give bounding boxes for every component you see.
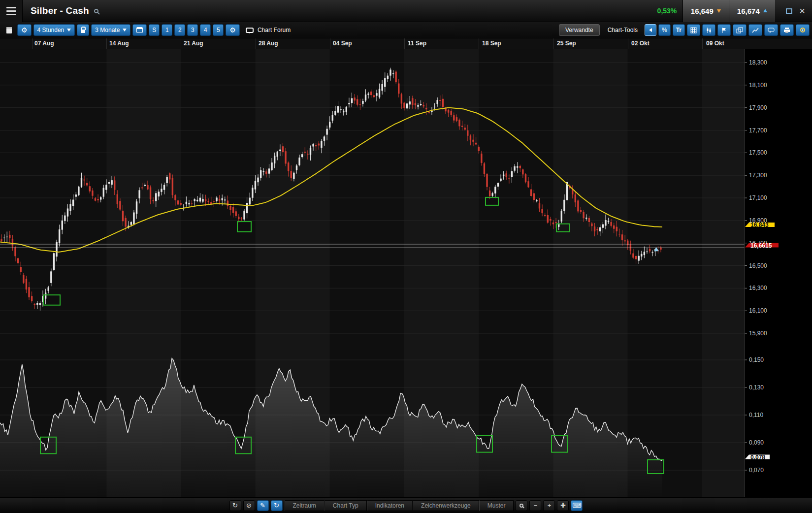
grid-tool-button[interactable]	[687, 24, 700, 36]
period-value: 3 Monate	[95, 27, 120, 33]
callout-tool-button[interactable]	[764, 24, 778, 36]
zeitraum-button[interactable]: Zeitraum	[285, 500, 325, 511]
date-label: 07 Aug	[34, 40, 54, 47]
buy-price: 16,674	[737, 7, 760, 15]
chart-toolbar: ⚙ 4 Stunden 3 Monate S 12345 ⚙ Chart For…	[0, 22, 812, 38]
date-label: 02 Okt	[631, 40, 650, 47]
muster-button[interactable]: Muster	[479, 500, 514, 511]
calendar-button[interactable]	[132, 24, 147, 36]
indikatoren-button[interactable]: Indikatoren	[367, 500, 413, 511]
svg-text:17,300: 17,300	[749, 172, 767, 179]
settings-gear-button[interactable]: ⚙	[17, 24, 32, 36]
date-separator	[181, 38, 181, 49]
preset-5-button[interactable]: 5	[213, 24, 224, 36]
flag-icon	[721, 27, 727, 33]
verwandte-button[interactable]: Verwandte	[559, 24, 600, 36]
change-percent: 0,53%	[657, 7, 677, 15]
zoom-search-icon[interactable]	[516, 500, 527, 511]
chart-settings-button[interactable]	[796, 24, 810, 36]
callout-icon	[768, 27, 775, 33]
text-tool-button[interactable]: Tr	[673, 24, 685, 36]
chart-tools-label: Chart-Tools	[608, 27, 638, 33]
chevron-down-icon	[67, 29, 71, 32]
gear2-button[interactable]: ⚙	[226, 24, 240, 36]
s-button[interactable]: S	[149, 24, 160, 36]
calendar-icon	[136, 27, 143, 33]
percent-tool-button[interactable]: %	[658, 24, 671, 36]
news-icon[interactable]	[2, 24, 15, 36]
preset-1-button[interactable]: 1	[162, 24, 172, 36]
collapse-tools-button[interactable]	[645, 24, 656, 36]
lock-icon	[81, 30, 85, 33]
gear-color-icon	[799, 27, 806, 33]
lock-button[interactable]	[77, 24, 89, 36]
chart-typ-button[interactable]: Chart Typ	[325, 500, 367, 511]
svg-text:17,700: 17,700	[749, 127, 767, 134]
date-separator	[106, 38, 107, 49]
date-separator	[404, 38, 405, 49]
date-label: 21 Aug	[184, 40, 203, 47]
main-price-chart[interactable]: 18,30018,10017,90017,70017,50017,30017,1…	[0, 49, 812, 344]
line-chart-tool-button[interactable]	[748, 24, 762, 36]
date-label: 18 Sep	[482, 40, 501, 47]
period-dropdown[interactable]: 3 Monate	[91, 24, 130, 36]
date-separator	[702, 38, 703, 49]
svg-text:17,900: 17,900	[749, 104, 767, 111]
printer-icon	[783, 27, 790, 33]
close-icon[interactable]: ×	[799, 6, 805, 16]
date-separator	[32, 38, 32, 49]
speech-bubble-icon	[246, 28, 254, 33]
svg-text:18,300: 18,300	[749, 59, 767, 66]
chart-forum-label: Chart Forum	[258, 27, 291, 33]
search-icon[interactable]	[94, 9, 98, 13]
preset-row: 12345	[162, 24, 224, 36]
keyboard-icon[interactable]: ⌨	[571, 500, 583, 511]
indicator-chart[interactable]: 0,1500,1300,1100,0900,0700,078	[0, 344, 812, 497]
rotate-icon[interactable]: ↻	[229, 500, 241, 511]
zeichenwerkzeuge-button[interactable]: Zeichenwerkzeuge	[413, 500, 479, 511]
svg-text:16,300: 16,300	[749, 285, 767, 291]
arrow-down-icon	[716, 8, 721, 13]
date-label: 09 Okt	[706, 40, 724, 47]
print-button[interactable]	[780, 24, 794, 36]
candlestick-icon	[706, 27, 712, 33]
date-separator	[553, 38, 553, 49]
sell-price-button[interactable]: 16,649	[682, 0, 729, 22]
compare-windows-button[interactable]	[733, 24, 747, 36]
bottom-toolbar: ↻ ⊘ ✎ ↻ ZeitraumChart TypIndikatorenZeic…	[0, 497, 812, 513]
pencil-icon[interactable]: ✎	[257, 500, 269, 511]
zoom-in-button[interactable]: +	[543, 500, 555, 511]
zoom-out-button[interactable]: −	[529, 500, 541, 511]
svg-text:0,078: 0,078	[750, 454, 765, 461]
disable-drawing-icon[interactable]: ⊘	[243, 500, 255, 511]
date-label: 25 Sep	[557, 40, 576, 47]
preset-4-button[interactable]: 4	[200, 24, 211, 36]
crosshair-icon[interactable]: ✚	[557, 500, 569, 511]
date-label: 04 Sep	[333, 40, 352, 47]
windows-icon	[736, 27, 743, 33]
menu-button[interactable]	[0, 0, 23, 22]
line-chart-icon	[752, 27, 759, 33]
date-label: 14 Aug	[109, 40, 129, 47]
preset-2-button[interactable]: 2	[174, 24, 185, 36]
preset-3-button[interactable]: 3	[187, 24, 198, 36]
chart-forum-link[interactable]: Chart Forum	[246, 27, 291, 33]
bottom-button-row: ZeitraumChart TypIndikatorenZeichenwerkz…	[285, 500, 514, 511]
buy-price-button[interactable]: 16,674	[729, 0, 775, 22]
refresh-icon[interactable]: ↻	[271, 500, 283, 511]
svg-text:15,900: 15,900	[749, 330, 767, 337]
date-label: 28 Aug	[259, 40, 278, 47]
candlestick-tool-button[interactable]	[702, 24, 715, 36]
title-bar: Silber - Cash 0,53% 16,649 16,674 ×	[0, 0, 812, 22]
grid-icon	[690, 27, 697, 33]
restore-window-icon[interactable]	[786, 8, 792, 14]
timeframe-dropdown[interactable]: 4 Stunden	[33, 24, 75, 36]
date-separator	[330, 38, 330, 49]
svg-text:17,500: 17,500	[749, 149, 767, 156]
svg-text:0,070: 0,070	[749, 467, 764, 474]
date-separator	[479, 38, 479, 49]
gear-icon: ⚙	[21, 27, 28, 33]
arrow-left-icon	[648, 28, 653, 32]
flag-tool-button[interactable]	[717, 24, 731, 36]
svg-text:16,6615: 16,6615	[750, 242, 772, 249]
